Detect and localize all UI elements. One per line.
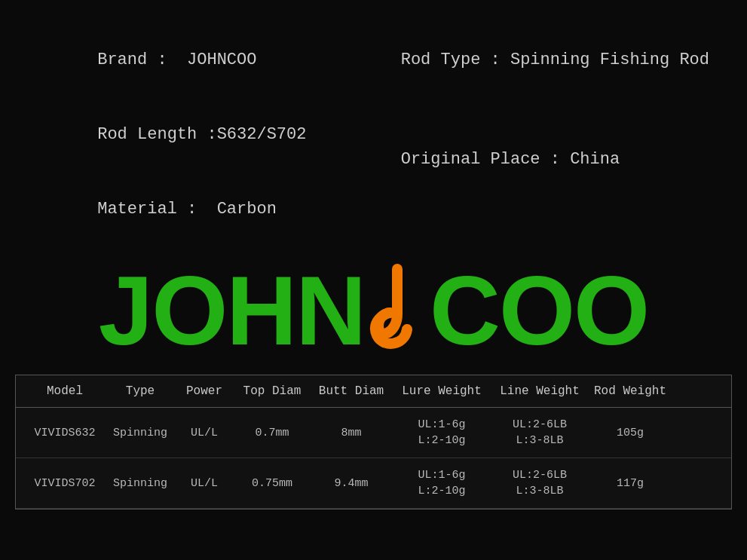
row2-line-weight-1: UL:2-6LB — [513, 469, 567, 482]
row2-top-diam: 0.75mm — [234, 477, 310, 490]
row2-model: VIVIDS702 — [23, 477, 106, 490]
row1-type: Spinning — [106, 427, 174, 439]
logo-text-before: JOHN — [99, 262, 365, 360]
row2-type: Spinning — [106, 477, 174, 490]
row1-lure-weight-2: L:2-10g — [418, 434, 465, 447]
row1-butt-diam: 8mm — [310, 427, 393, 439]
row2-lure-weight: UL:1-6g L:2-10g — [393, 469, 491, 497]
table-row: VIVIDS702 Spinning UL/L 0.75mm 9.4mm UL:… — [16, 458, 731, 509]
original-place-value: China — [570, 150, 620, 169]
row2-butt-diam: 9.4mm — [310, 477, 393, 490]
logo-hook-icon — [363, 262, 431, 360]
rod-length-line: Rod Length :S632/S702 — [38, 97, 341, 172]
material-separator: : — [177, 200, 217, 219]
table-header: Model Type Power Top Diam Butt Diam Lure… — [16, 375, 731, 408]
info-left: Brand : JOHNCOO Rod Length :S632/S702 Ma… — [38, 23, 341, 246]
col-line-weight: Line Weight — [491, 384, 589, 398]
info-right: Rod Type : Spinning Fishing Rod Original… — [341, 23, 710, 246]
col-butt-diam: Butt Diam — [310, 384, 393, 398]
col-power: Power — [174, 384, 234, 398]
rod-type-line: Rod Type : Spinning Fishing Rod — [341, 23, 710, 97]
logo-text-after: COO — [430, 262, 648, 360]
rod-length-value: S632/S702 — [217, 125, 307, 144]
row1-lure-weight-1: UL:1-6g — [418, 418, 465, 431]
original-place-separator: : — [540, 150, 571, 169]
rod-type-value: Spinning Fishing Rod — [510, 50, 709, 69]
row2-lure-weight-1: UL:1-6g — [418, 469, 465, 482]
rod-type-separator: : — [480, 50, 510, 69]
brand-value: JOHNCOO — [187, 50, 256, 69]
row2-line-weight-2: L:3-8LB — [516, 485, 563, 497]
material-line: Material : Carbon — [38, 172, 341, 246]
rod-length-separator: : — [197, 125, 216, 144]
row1-lure-weight: UL:1-6g L:2-10g — [393, 418, 491, 447]
row1-top-diam: 0.7mm — [234, 427, 310, 439]
col-top-diam: Top Diam — [234, 384, 310, 398]
brand-separator: : — [147, 50, 187, 69]
row1-power: UL/L — [174, 427, 234, 439]
rod-type-label: Rod Type — [401, 50, 481, 69]
col-rod-weight: Rod Weight — [589, 384, 672, 398]
row1-model: VIVIDS632 — [23, 427, 106, 439]
col-lure-weight: Lure Weight — [393, 384, 491, 398]
rod-length-label: Rod Length — [97, 125, 197, 144]
info-section: Brand : JOHNCOO Rod Length :S632/S702 Ma… — [0, 0, 747, 254]
col-model: Model — [23, 384, 106, 398]
material-value: Carbon — [217, 200, 277, 219]
logo-section: JOHN COO — [0, 254, 747, 375]
row1-line-weight-1: UL:2-6LB — [513, 418, 567, 431]
row2-rod-weight: 117g — [589, 477, 672, 490]
brand-label: Brand — [97, 50, 147, 69]
brand-line: Brand : JOHNCOO — [38, 23, 341, 97]
logo-container: JOHN COO — [99, 262, 648, 360]
table-row: VIVIDS632 Spinning UL/L 0.7mm 8mm UL:1-6… — [16, 408, 731, 458]
row1-line-weight: UL:2-6LB L:3-8LB — [491, 418, 589, 447]
table-section: Model Type Power Top Diam Butt Diam Lure… — [15, 375, 732, 510]
material-label: Material — [97, 200, 177, 219]
col-type: Type — [106, 384, 174, 398]
row1-line-weight-2: L:3-8LB — [516, 434, 563, 447]
row2-power: UL/L — [174, 477, 234, 490]
row2-line-weight: UL:2-6LB L:3-8LB — [491, 469, 589, 497]
original-place-label: Original Place — [401, 150, 540, 169]
row1-rod-weight: 105g — [589, 427, 672, 439]
original-place-line: Original Place : China — [341, 122, 710, 197]
row2-lure-weight-2: L:2-10g — [418, 485, 465, 497]
